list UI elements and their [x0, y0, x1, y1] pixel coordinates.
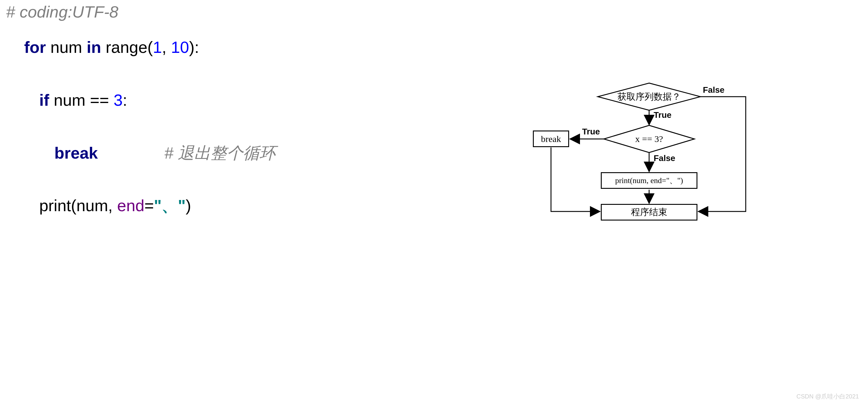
num-1: 1 [153, 38, 162, 56]
label-true-1: True [654, 110, 672, 120]
num-10: 10 [171, 38, 189, 56]
comma: , [162, 38, 171, 56]
print-close: ) [186, 196, 191, 214]
diamond-condition: x == 3? [604, 125, 694, 152]
code-comment: # coding:UTF-8 [6, 3, 118, 21]
eq: = [144, 196, 154, 214]
rect-print: print(num, end="、") [601, 172, 698, 189]
code-block: # coding:UTF-8 for num in range(1, 10): … [6, 3, 276, 232]
flowchart: 获取序列数据？ x == 3? break print(num, end="、"… [522, 82, 864, 233]
diamond1-label: 获取序列数据？ [617, 91, 681, 103]
rect-end: 程序结束 [601, 204, 698, 221]
fn-range-open: range( [101, 38, 153, 56]
label-true-2: True [582, 127, 600, 137]
print-open: print(num, [39, 196, 117, 214]
close-paren: ): [189, 38, 199, 56]
rect-end-label: 程序结束 [631, 206, 667, 219]
break-comment: # 退出整个循环 [164, 144, 276, 162]
rect-break: break [533, 131, 569, 147]
rect-print-label: print(num, end="、") [615, 175, 683, 186]
num-3: 3 [114, 91, 123, 109]
colon: : [123, 91, 127, 109]
label-false-1: False [703, 85, 724, 95]
cond-text: num == [49, 91, 114, 109]
kw-break: break [54, 144, 98, 162]
var-num: num [46, 38, 87, 56]
kw-for: for [24, 38, 46, 56]
label-false-2: False [654, 153, 675, 163]
watermark: CSDN @爪哇小白2021 [797, 393, 859, 401]
kw-if: if [39, 91, 49, 109]
str-literal: "、" [154, 196, 186, 214]
diamond2-label: x == 3? [635, 134, 663, 144]
rect-break-label: break [541, 134, 561, 144]
diamond-get-data: 获取序列数据？ [604, 83, 694, 110]
param-end: end [117, 196, 144, 214]
kw-in: in [87, 38, 101, 56]
